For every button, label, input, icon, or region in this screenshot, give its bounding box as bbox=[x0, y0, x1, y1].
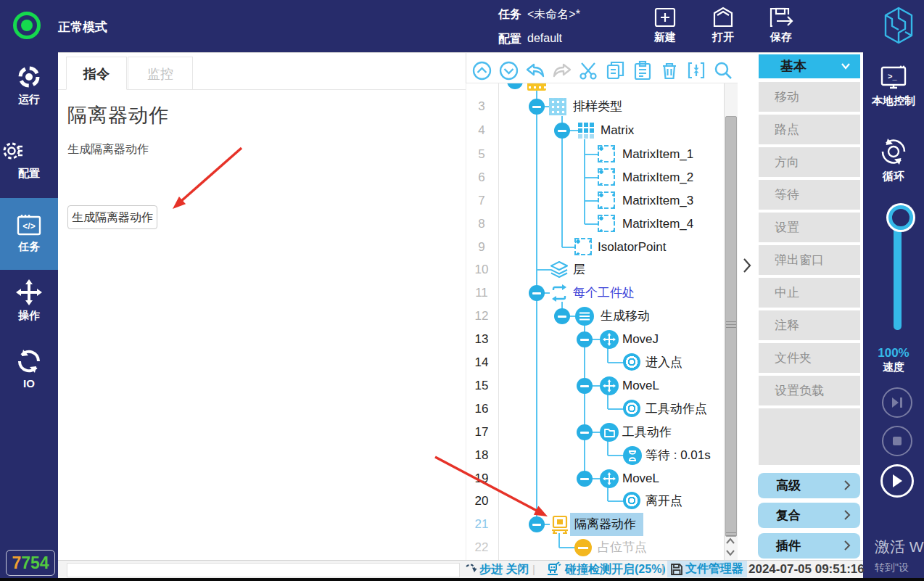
collapse-icon[interactable] bbox=[529, 285, 545, 301]
delete-icon[interactable] bbox=[659, 60, 680, 81]
palette-item-popup[interactable]: 弹出窗口 bbox=[759, 245, 860, 275]
scroll-down-icon[interactable] bbox=[725, 548, 736, 558]
play-button[interactable] bbox=[880, 464, 914, 498]
cut-icon[interactable] bbox=[579, 60, 599, 81]
tree-node-label[interactable]: 工具动作点 bbox=[645, 397, 707, 421]
sidebar-item-io[interactable]: IO bbox=[0, 348, 58, 390]
placeholder-node-icon[interactable] bbox=[574, 539, 592, 556]
tree-node-label[interactable]: 工具动作 bbox=[622, 421, 672, 444]
collapse-icon[interactable] bbox=[577, 331, 593, 347]
move-down-icon[interactable] bbox=[498, 60, 519, 81]
step-mode-status[interactable]: 步进 关闭 bbox=[479, 560, 529, 578]
tree-node-label[interactable]: 层 bbox=[573, 258, 585, 281]
movel-icon[interactable] bbox=[600, 469, 619, 488]
search-icon[interactable] bbox=[713, 60, 733, 81]
new-task-button[interactable]: 新建 bbox=[646, 6, 684, 44]
palette-item-waypoint[interactable]: 路点 bbox=[759, 115, 860, 144]
layers-icon[interactable] bbox=[550, 260, 569, 279]
tree-node-label[interactable]: 等待 : 0.01s bbox=[645, 444, 711, 467]
skip-button[interactable] bbox=[882, 387, 912, 418]
tab-monitor[interactable]: 监控 bbox=[128, 57, 193, 90]
palette-item-direction[interactable]: 方向 bbox=[759, 147, 860, 177]
tree-node-label[interactable]: MoveL bbox=[622, 374, 659, 397]
waypoint-icon[interactable] bbox=[623, 492, 640, 509]
panel-expander[interactable] bbox=[739, 251, 755, 280]
stop-button[interactable] bbox=[882, 426, 912, 456]
loop-button[interactable]: 循环 bbox=[863, 136, 924, 184]
save-task-button[interactable]: 保存 bbox=[762, 6, 800, 44]
sidebar-item-config[interactable]: 配置 bbox=[0, 138, 58, 181]
alarm-count-badge[interactable]: 7754 bbox=[6, 550, 55, 576]
foreach-loop-icon[interactable] bbox=[550, 284, 569, 302]
merge-icon[interactable] bbox=[686, 60, 706, 81]
tree-node-label[interactable]: MoveL bbox=[622, 467, 659, 490]
move-up-icon[interactable] bbox=[471, 60, 492, 81]
matrix-item-icon[interactable] bbox=[598, 191, 615, 209]
tree-node-label[interactable]: MatrixItem_4 bbox=[622, 213, 693, 236]
tree-node-label[interactable]: IsolatorPoint bbox=[598, 236, 667, 259]
palette-item-wait[interactable]: 等待 bbox=[759, 180, 860, 210]
generate-move-icon[interactable] bbox=[575, 307, 594, 326]
wait-hourglass-icon[interactable] bbox=[623, 446, 642, 465]
tree-node-label[interactable]: 每个工件处 bbox=[573, 281, 635, 305]
collapse-icon[interactable] bbox=[529, 99, 545, 115]
sidebar-item-run[interactable]: 运行 bbox=[0, 64, 58, 107]
tree-node-label[interactable]: 进入点 bbox=[645, 351, 682, 374]
nesting-type-icon[interactable] bbox=[549, 98, 566, 115]
tree-scrollbar-thumb[interactable] bbox=[725, 116, 737, 537]
palette-item-move[interactable]: 移动 bbox=[759, 82, 860, 112]
collapse-icon[interactable] bbox=[554, 123, 570, 139]
movej-icon[interactable] bbox=[600, 330, 619, 349]
generate-isolator-action-button[interactable]: 生成隔离器动作 bbox=[67, 205, 157, 229]
collapse-icon[interactable] bbox=[577, 424, 593, 440]
palette-header-basic[interactable]: 基本 bbox=[759, 54, 860, 78]
tree-node-label[interactable]: 占位节点 bbox=[598, 536, 647, 559]
open-task-button[interactable]: 打开 bbox=[704, 6, 742, 44]
copy-icon[interactable] bbox=[606, 60, 626, 81]
palette-group-advanced[interactable]: 高级 bbox=[758, 473, 860, 498]
palette-group-plugin[interactable]: 插件 bbox=[758, 533, 860, 559]
paste-icon[interactable] bbox=[632, 60, 653, 81]
sidebar-item-task[interactable]: </> 任务 bbox=[0, 198, 58, 270]
tree-node-label[interactable]: 离开点 bbox=[645, 490, 682, 513]
tree-node-label[interactable]: MatrixItem_1 bbox=[622, 143, 693, 166]
undo-icon[interactable] bbox=[525, 60, 545, 81]
tree-node-label[interactable]: 生成移动 bbox=[601, 305, 650, 328]
isolator-action-icon[interactable] bbox=[550, 514, 570, 535]
redo-icon[interactable] bbox=[552, 60, 572, 81]
tree-node-label[interactable]: MatrixItem_3 bbox=[622, 189, 693, 213]
palette-item-abort[interactable]: 中止 bbox=[759, 278, 860, 308]
isolator-point-icon[interactable] bbox=[574, 238, 592, 255]
tree-node-label[interactable]: MatrixItem_2 bbox=[622, 166, 693, 189]
waypoint-icon[interactable] bbox=[623, 400, 640, 417]
tree-node-label-selected[interactable]: 隔离器动作 bbox=[570, 513, 643, 536]
collapse-icon[interactable] bbox=[577, 378, 593, 394]
palette-group-composite[interactable]: 复合 bbox=[758, 503, 860, 528]
tree-node-label[interactable]: Matrix bbox=[601, 119, 634, 142]
tab-instruction[interactable]: 指令 bbox=[66, 57, 127, 90]
root-node-icon[interactable] bbox=[527, 83, 546, 91]
sidebar-item-jog[interactable]: 操作 bbox=[0, 279, 58, 323]
collision-detect-status[interactable]: 碰撞检测开启(25%) bbox=[565, 560, 666, 578]
tree-node-label[interactable]: MoveJ bbox=[622, 328, 659, 351]
palette-item-comment[interactable]: 注释 bbox=[759, 310, 860, 340]
collapse-icon[interactable] bbox=[529, 516, 545, 532]
matrix-item-icon[interactable] bbox=[598, 215, 615, 232]
palette-item-folder[interactable]: 文件夹 bbox=[759, 343, 860, 373]
collapse-icon[interactable] bbox=[577, 471, 593, 487]
tree-node-label[interactable]: 排样类型 bbox=[573, 95, 622, 118]
matrix-icon[interactable] bbox=[578, 123, 594, 139]
speed-slider-knob[interactable] bbox=[888, 205, 913, 230]
matrix-item-icon[interactable] bbox=[598, 145, 615, 162]
speed-slider[interactable] bbox=[894, 214, 902, 330]
palette-item-payload[interactable]: 设置负载 bbox=[759, 376, 860, 405]
local-control-button[interactable]: >_ 本地控制 bbox=[863, 65, 924, 108]
collapse-icon[interactable] bbox=[554, 308, 570, 324]
matrix-item-icon[interactable] bbox=[598, 168, 615, 186]
palette-item-set[interactable]: 设置 bbox=[759, 213, 860, 242]
file-manager-button[interactable]: 文件管理器 bbox=[667, 561, 747, 577]
waypoint-icon[interactable] bbox=[623, 353, 640, 371]
tool-action-icon[interactable] bbox=[600, 423, 619, 442]
scroll-up-icon[interactable] bbox=[725, 536, 736, 546]
movel-icon[interactable] bbox=[600, 376, 619, 395]
